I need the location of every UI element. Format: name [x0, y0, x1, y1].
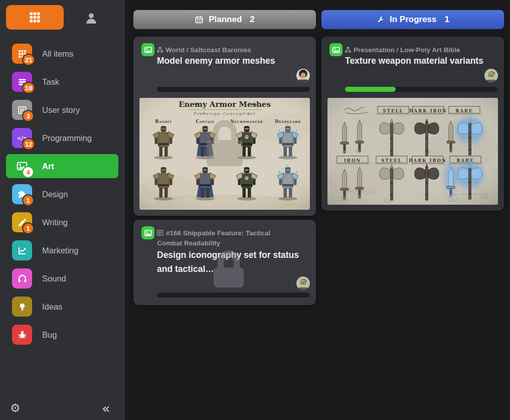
sidebar-item-label: Marketing — [42, 236, 78, 264]
armor-concept-image: Enemy Armor MeshesPredesign Concept ArtB… — [139, 98, 310, 210]
art-type-icon — [141, 226, 154, 239]
card-design-iconography-set[interactable]: #166 Shippable Feature: Tactical Combat … — [133, 220, 316, 305]
count-badge: 4 — [22, 166, 34, 178]
sidebar-item-user-story[interactable]: 3 User story — [0, 96, 125, 124]
column-header-in-progress[interactable]: In Progress 1 — [321, 10, 504, 29]
sidebar-item-label: Bug — [42, 321, 57, 349]
svg-text:STELL: STELL — [383, 108, 404, 113]
sitemap-icon — [345, 47, 351, 53]
sidebar-item-label: All items — [42, 40, 73, 68]
sidebar-item-programming[interactable]: </> 12 Programming — [0, 124, 125, 152]
chart-icon — [12, 240, 32, 260]
user-icon[interactable] — [84, 11, 98, 25]
parent-name: Presentation / Low-Poly Art Bible — [354, 46, 460, 54]
svg-text:RARE: RARE — [456, 158, 474, 163]
sidebar-item-sound[interactable]: Sound — [0, 264, 125, 293]
sidebar-item-label: User story — [42, 96, 80, 124]
svg-text:Predesign Concept Art: Predesign Concept Art — [194, 111, 256, 116]
svg-text:Deepguard: Deepguard — [275, 119, 300, 124]
assignee-avatar-man — [484, 69, 498, 82]
column-title: Planned — [209, 15, 242, 25]
progress-bar — [345, 87, 498, 92]
sidebar-item-art[interactable]: 4 Art — [0, 152, 125, 180]
sidebar-item-marketing[interactable]: Marketing — [0, 236, 125, 264]
sidebar-item-label: Design — [42, 180, 68, 208]
progress-bar — [157, 87, 310, 92]
card-title: Texture weapon material variants — [345, 54, 495, 68]
art-type-icon — [329, 43, 343, 56]
grid-icon — [28, 11, 42, 24]
count-badge: 1 — [22, 222, 34, 234]
list-icon — [157, 230, 163, 236]
sidebar-item-all-items[interactable]: 21 All items — [0, 40, 125, 68]
settings-gear-icon[interactable]: ⚙ — [10, 401, 21, 414]
lightbulb-icon — [12, 297, 32, 317]
sidebar-item-label: Art — [42, 152, 54, 180]
calendar-icon — [195, 15, 204, 24]
sidebar-item-design[interactable]: 1 Design — [0, 180, 125, 208]
svg-text:DARK IRON: DARK IRON — [409, 158, 447, 163]
sidebar-item-writing[interactable]: 1 Writing — [0, 208, 125, 236]
sidebar-item-label: Programming — [42, 124, 92, 152]
progress-fill — [345, 87, 396, 92]
count-badge: 18 — [22, 82, 35, 94]
sidebar-item-label: Sound — [42, 264, 66, 293]
count-badge: 21 — [22, 54, 35, 66]
parent-name: World / Saltcoast Baronies — [165, 46, 251, 54]
assignee-avatar-woman — [296, 69, 310, 82]
svg-text:DARK IRON: DARK IRON — [409, 108, 447, 113]
bug-icon — [12, 325, 32, 345]
svg-text:RARE: RARE — [455, 108, 473, 113]
weapons-concept-image: STELLDARK IRONRAREIRONSTEELDARK IRONRARE — [327, 98, 498, 205]
sidebar-item-ideas[interactable]: Ideas — [0, 293, 125, 321]
collapse-sidebar-icon[interactable]: « — [102, 400, 109, 416]
category-nav: 21 All items 18 Task 3 User story </> 12 — [0, 40, 125, 349]
column-title: In Progress — [390, 15, 437, 25]
column-count: 2 — [250, 15, 254, 25]
lock-icon — [209, 242, 249, 289]
progress-bar — [157, 293, 310, 298]
count-badge: 12 — [22, 138, 35, 150]
headphones-icon — [12, 268, 32, 289]
svg-text:IRON: IRON — [344, 158, 361, 163]
sidebar-item-bug[interactable]: Bug — [0, 321, 125, 349]
svg-text:Captain: Captain — [196, 119, 214, 124]
svg-text:Bandit: Bandit — [155, 119, 172, 124]
workspace-menu-button[interactable] — [6, 5, 64, 30]
svg-text:Enemy Armor Meshes: Enemy Armor Meshes — [179, 100, 271, 109]
assignee-avatar-man — [296, 276, 310, 290]
card-model-enemy-armor-meshes[interactable]: World / Saltcoast Baronies Model enemy a… — [133, 37, 316, 216]
column-count: 1 — [445, 15, 449, 25]
svg-text:STEEL: STEEL — [381, 158, 402, 163]
sidebar: 21 All items 18 Task 3 User story </> 12 — [0, 0, 125, 420]
card-texture-weapon-material-variants[interactable]: Presentation / Low-Poly Art Bible Textur… — [321, 37, 504, 211]
card-title: Model enemy armor meshes — [157, 54, 307, 68]
count-badge: 3 — [22, 110, 34, 122]
sidebar-item-label: Ideas — [42, 293, 62, 321]
svg-text:Necromancer: Necromancer — [230, 119, 263, 124]
sidebar-item-label: Writing — [42, 208, 68, 236]
count-badge: 1 — [22, 194, 34, 206]
sidebar-item-label: Task — [42, 68, 59, 96]
sitemap-icon — [157, 47, 163, 53]
sidebar-item-task[interactable]: 18 Task — [0, 68, 125, 96]
wrench-icon — [376, 16, 385, 24]
column-header-planned[interactable]: Planned 2 — [133, 10, 316, 29]
art-type-icon — [141, 43, 154, 56]
